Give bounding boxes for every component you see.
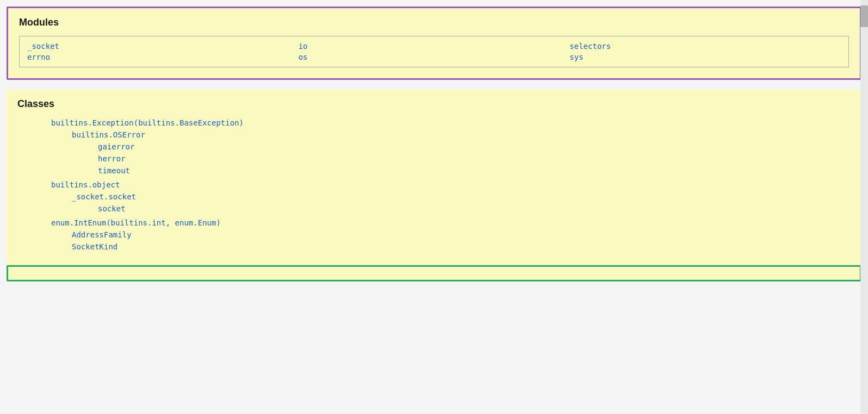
scrollbar[interactable]: [860, 0, 868, 414]
tree-row: builtins.Exception(builtins.BaseExceptio…: [17, 118, 851, 127]
classes-section: Classes builtins.Exception(builtins.Base…: [7, 90, 861, 265]
tree-row: _socket.socket: [17, 192, 851, 201]
green-section: [7, 265, 861, 281]
class-link-socket-socket[interactable]: _socket.socket: [72, 192, 136, 201]
classes-title: Classes: [17, 98, 851, 110]
class-link-addressfamily[interactable]: AddressFamily: [72, 230, 132, 239]
class-tree: builtins.Exception(builtins.BaseExceptio…: [17, 118, 851, 251]
class-link-timeout[interactable]: timeout: [98, 166, 130, 175]
module-link-errno[interactable]: errno: [27, 53, 299, 61]
module-link-io[interactable]: io: [299, 42, 570, 51]
scrollbar-thumb[interactable]: [860, 5, 868, 27]
module-link-sys[interactable]: sys: [569, 53, 841, 61]
class-link-socketkind[interactable]: SocketKind: [72, 242, 117, 251]
class-link-gaierror[interactable]: gaierror: [98, 142, 134, 151]
tree-row: gaierror: [17, 142, 851, 151]
module-link-socket[interactable]: _socket: [27, 42, 299, 51]
tree-row: socket: [17, 204, 851, 213]
class-link-builtins-object[interactable]: builtins.object: [51, 180, 120, 189]
tree-row: timeout: [17, 166, 851, 175]
tree-row: builtins.object: [17, 180, 851, 189]
modules-section: Modules _socket io selectors errno os sy…: [7, 7, 861, 80]
class-link-herror[interactable]: herror: [98, 154, 126, 163]
tree-row: SocketKind: [17, 242, 851, 251]
page-wrapper: Modules _socket io selectors errno os sy…: [0, 0, 868, 414]
modules-title: Modules: [19, 17, 849, 28]
tree-row: herror: [17, 154, 851, 163]
module-link-os[interactable]: os: [299, 53, 570, 61]
class-link-builtins-exception[interactable]: builtins.Exception(builtins.BaseExceptio…: [51, 118, 244, 127]
tree-row: enum.IntEnum(builtins.int, enum.Enum): [17, 218, 851, 227]
module-link-selectors[interactable]: selectors: [569, 42, 841, 51]
tree-row: AddressFamily: [17, 230, 851, 239]
class-link-socket[interactable]: socket: [98, 204, 126, 213]
tree-row: builtins.OSError: [17, 130, 851, 139]
modules-table: _socket io selectors errno os sys: [19, 36, 849, 67]
class-link-builtins-oserror[interactable]: builtins.OSError: [72, 130, 145, 139]
class-link-enum-intenum[interactable]: enum.IntEnum(builtins.int, enum.Enum): [51, 218, 221, 227]
